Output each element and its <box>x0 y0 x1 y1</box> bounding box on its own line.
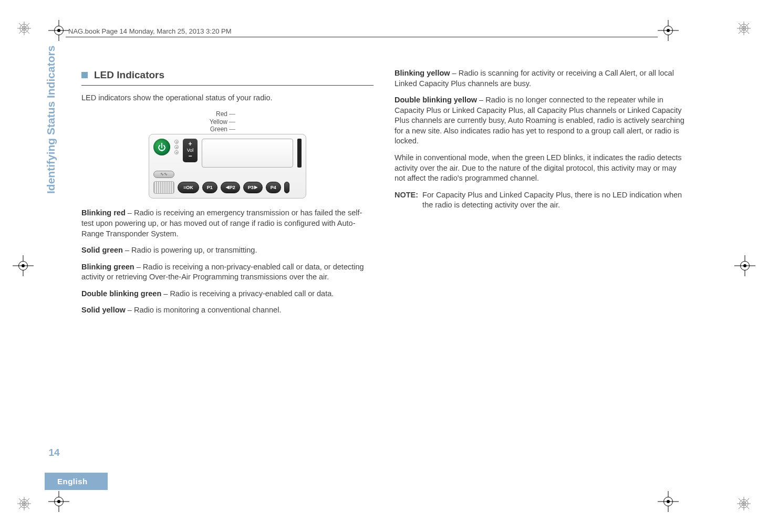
header-rule <box>66 37 658 37</box>
section-underline <box>81 85 373 86</box>
led-stack <box>174 139 179 154</box>
left-column: LED Indicators LED indicators show the o… <box>81 68 373 482</box>
p4-button-icon: P4 <box>266 182 281 193</box>
def-double-blinking-green: Double blinking green – Radio is receivi… <box>81 289 373 299</box>
crosshair-footer-right <box>658 491 679 512</box>
note-block: NOTE: For Capacity Plus and Linked Capac… <box>395 190 687 211</box>
note-label: NOTE: <box>395 190 418 211</box>
crosshair-header-right <box>658 20 679 41</box>
led-dot-red <box>174 140 179 144</box>
section-title: LED Indicators <box>94 68 164 82</box>
section-header: LED Indicators <box>81 68 373 82</box>
def-double-blinking-yellow: Double blinking yellow – Radio is no lon… <box>395 95 687 147</box>
def-blinking-yellow: Blinking yellow – Radio is scanning for … <box>395 68 687 89</box>
lcd-screen <box>202 139 293 168</box>
section-intro: LED indicators show the operational stat… <box>81 93 373 103</box>
side-chapter-title: Identifying Status Indicators <box>45 46 57 194</box>
crosshair-right <box>734 255 755 276</box>
crosshair-footer-left <box>48 491 69 512</box>
speaker-grille-icon <box>153 181 174 194</box>
crosshair-left <box>13 255 34 276</box>
led-dot-yellow <box>174 145 179 149</box>
led-label-red: Red <box>180 110 227 118</box>
note-body: For Capacity Plus and Linked Capacity Pl… <box>422 190 687 211</box>
regmark-top-left <box>17 21 32 36</box>
trailing-button-icon <box>284 182 289 193</box>
power-icon: ⏻ <box>153 139 170 155</box>
right-column: Blinking yellow – Radio is scanning for … <box>395 68 687 482</box>
led-dot-green <box>174 150 179 154</box>
led-color-labels: Red Yellow Green <box>180 110 227 133</box>
ok-button-icon: ≡ OK <box>178 182 199 193</box>
p1-button-icon: P1 <box>202 182 217 193</box>
radio-figure: Red Yellow Green ⏻ + Vol − <box>149 110 306 199</box>
page-number: 14 <box>45 447 64 458</box>
def-blinking-green: Blinking green – Radio is receiving a no… <box>81 262 373 283</box>
regmark-top-right <box>736 21 751 36</box>
regmark-bottom-right <box>736 496 751 511</box>
para-conventional-mode: While in conventional mode, when the gre… <box>395 153 687 184</box>
def-solid-yellow: Solid yellow – Radio is monitoring a con… <box>81 305 373 316</box>
regmark-bottom-left <box>17 496 32 511</box>
volume-rocker-icon: + Vol − <box>183 139 198 162</box>
running-header: NAG.book Page 14 Monday, March 25, 2013 … <box>68 27 232 35</box>
led-label-yellow: Yellow <box>180 118 227 126</box>
def-blinking-red: Blinking red – Radio is receiving an eme… <box>81 208 373 239</box>
radio-body: ⏻ + Vol − ∿∿ <box>149 134 306 199</box>
p2-button-icon: ◀P2 <box>221 182 240 193</box>
section-bullet-icon <box>81 72 88 78</box>
side-strip <box>297 139 302 168</box>
led-label-green: Green <box>180 126 227 133</box>
body-columns: LED Indicators LED indicators show the o… <box>81 68 687 482</box>
crosshair-header-left <box>48 20 69 41</box>
p3-button-icon: P3▶ <box>243 182 263 193</box>
accessory-pill-icon: ∿∿ <box>153 171 174 178</box>
def-solid-green: Solid green – Radio is powering up, or t… <box>81 245 373 256</box>
